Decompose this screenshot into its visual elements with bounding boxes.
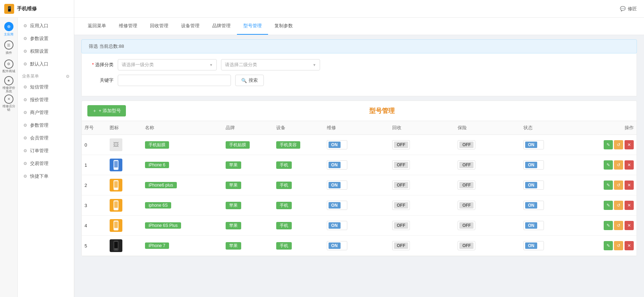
refresh-button[interactable]: ↺ (614, 140, 623, 149)
cell-name: iphone 6S (142, 195, 223, 216)
recycle-toggle[interactable]: OFF (392, 140, 410, 149)
refresh-button[interactable]: ↺ (614, 201, 623, 210)
edit-button[interactable]: ✎ (604, 201, 613, 210)
tab-brand-mgmt[interactable]: 品牌管理 (206, 18, 237, 35)
refresh-button[interactable]: ↺ (614, 181, 623, 190)
brand-tag: 苹果 (226, 202, 241, 209)
add-model-button[interactable]: ＋ + 添加型号 (87, 105, 126, 116)
repair-toggle[interactable]: ON (327, 221, 347, 230)
settings-icon[interactable]: ⚙ (66, 74, 70, 79)
status-toggle[interactable]: ON (523, 201, 544, 210)
sidebar-header: 📱 手机维修 (0, 0, 74, 18)
table-row: 1 iPhone 6 苹果 手机 ON OFF OFF ON ✎ ↺ ✕ (82, 155, 637, 175)
add-model-button-label: + 添加型号 (99, 108, 121, 114)
device-tag: 手机 (276, 161, 292, 169)
sidebar-item-transactions[interactable]: ⚙ 交易管理 (18, 157, 74, 170)
delete-button[interactable]: ✕ (625, 241, 634, 250)
edit-button[interactable]: ✎ (604, 140, 613, 149)
sidebar-item-members[interactable]: ⚙ 会员管理 (18, 132, 74, 144)
sidebar-section-biz: 业务菜单 ⚙ (18, 70, 74, 81)
cell-icon (107, 155, 142, 175)
refresh-button[interactable]: ↺ (614, 241, 623, 250)
th-recycle: 回收 (389, 121, 455, 135)
table-row: 3 iphone 6S 苹果 手机 ON OFF OFF ON ✎ ↺ ✕ (82, 195, 637, 216)
tab-recycle-mgmt[interactable]: 回收管理 (144, 18, 175, 35)
status-toggle[interactable]: ON (523, 241, 544, 250)
refresh-button[interactable]: ↺ (614, 221, 623, 230)
insurance-toggle[interactable]: OFF (458, 160, 475, 170)
repair-toggle[interactable]: ON (327, 140, 347, 149)
gear-icon-2: ⚙ (23, 49, 27, 54)
recycle-toggle[interactable]: OFF (392, 221, 410, 230)
insurance-toggle[interactable]: OFF (458, 241, 475, 250)
edit-button[interactable]: ✎ (604, 221, 613, 230)
sidebar-icon-distribution-label: 维修店分销 (1, 105, 17, 112)
recycle-toggle[interactable]: OFF (392, 201, 410, 210)
status-toggle[interactable]: ON (523, 140, 544, 149)
recycle-toggle[interactable]: OFF (392, 241, 410, 250)
refresh-button[interactable]: ↺ (614, 160, 623, 170)
keyword-input[interactable] (118, 75, 231, 86)
repair-toggle[interactable]: ON (327, 201, 347, 210)
sidebar-item-merchant[interactable]: ⚙ 商户管理 (18, 106, 74, 119)
username: 修匠 (628, 6, 637, 12)
cell-status: ON (521, 195, 586, 216)
delete-button[interactable]: ✕ (625, 181, 634, 190)
sidebar-icon-parts[interactable]: ⚙ 配件商城 (1, 57, 17, 75)
cell-brand: 手机贴膜 (223, 135, 273, 155)
sidebar-item-default-entry[interactable]: ⚙ 默认入口 (18, 58, 74, 70)
sidebar-icon-repair-eval[interactable]: ★ 维修评价系统 (1, 76, 17, 93)
table-header-row: 序号 图标 名称 品牌 设备 维修 回收 保险 状态 操作 (82, 121, 637, 135)
insurance-toggle[interactable]: OFF (458, 181, 475, 190)
delete-button[interactable]: ✕ (625, 201, 634, 210)
sidebar-item-app-entry[interactable]: ⚙ 应用入口 (18, 19, 74, 32)
sidebar-item-pricing[interactable]: ⚙ 报价管理 (18, 93, 74, 106)
repair-toggle[interactable]: ON (327, 160, 347, 170)
tab-repair-mgmt[interactable]: 维修管理 (112, 18, 144, 35)
sidebar-icon-main-app[interactable]: ⊕ 主应用 (1, 21, 17, 38)
category1-select[interactable]: 请选择一级分类 ▼ (118, 59, 217, 70)
insurance-toggle[interactable]: OFF (458, 140, 475, 149)
sidebar-item-quick-order-label: 快捷下单 (30, 173, 48, 179)
search-button[interactable]: 🔍 搜索 (235, 75, 264, 86)
cell-actions: ✎ ↺ ✕ (586, 236, 637, 256)
repair-toggle[interactable]: ON (327, 181, 347, 190)
name-tag: iphone 6S (145, 202, 171, 209)
recycle-toggle[interactable]: OFF (392, 181, 410, 190)
sidebar-item-quick-order[interactable]: ⚙ 快捷下单 (18, 170, 74, 183)
edit-button[interactable]: ✎ (604, 181, 613, 190)
filter-row-category: 选择分类 请选择一级分类 ▼ 请选择二级分类 ▼ (89, 59, 630, 70)
status-toggle[interactable]: ON (523, 160, 544, 170)
insurance-toggle[interactable]: OFF (458, 221, 475, 230)
name-tag: iPhone 6S Plus (145, 222, 181, 229)
sidebar-item-sms[interactable]: ⚙ 短信管理 (18, 81, 74, 93)
sidebar-icon-plugin[interactable]: ☰ 插件 (1, 39, 17, 57)
status-toggle[interactable]: ON (523, 181, 544, 190)
cell-name: iPhone6 plus (142, 175, 223, 195)
sidebar-item-params2[interactable]: ⚙ 参数管理 (18, 119, 74, 132)
recycle-toggle[interactable]: OFF (392, 160, 410, 170)
delete-button[interactable]: ✕ (625, 140, 634, 149)
delete-button[interactable]: ✕ (625, 160, 634, 170)
cell-brand: 苹果 (223, 236, 273, 256)
insurance-toggle[interactable]: OFF (458, 201, 475, 210)
table-row: 0 🖼 手机贴膜 手机贴膜 手机美容 ON OFF OFF ON ✎ ↺ ✕ (82, 135, 637, 155)
tab-back-menu[interactable]: 返回菜单 (81, 18, 112, 35)
tab-copy-params[interactable]: 复制参数 (268, 18, 299, 35)
sidebar-item-orders[interactable]: ⚙ 订单管理 (18, 144, 74, 157)
brand-tag: 苹果 (226, 242, 241, 250)
cell-brand: 苹果 (223, 195, 273, 216)
category2-select[interactable]: 请选择二级分类 ▼ (221, 59, 320, 70)
repair-toggle[interactable]: ON (327, 241, 347, 250)
user-menu[interactable]: 💬 修匠 (620, 6, 637, 12)
sidebar-icon-distribution[interactable]: ✕ 维修店分销 (1, 94, 17, 112)
tab-device-mgmt[interactable]: 设备管理 (175, 18, 206, 35)
edit-button[interactable]: ✎ (604, 160, 613, 170)
sidebar-item-params[interactable]: ⚙ 参数设置 (18, 32, 74, 45)
edit-button[interactable]: ✎ (604, 241, 613, 250)
cell-name: iPhone 6S Plus (142, 216, 223, 236)
status-toggle[interactable]: ON (523, 221, 544, 230)
tab-model-mgmt[interactable]: 型号管理 (237, 18, 268, 35)
delete-button[interactable]: ✕ (625, 221, 634, 230)
sidebar-item-permissions[interactable]: ⚙ 权限设置 (18, 45, 74, 58)
